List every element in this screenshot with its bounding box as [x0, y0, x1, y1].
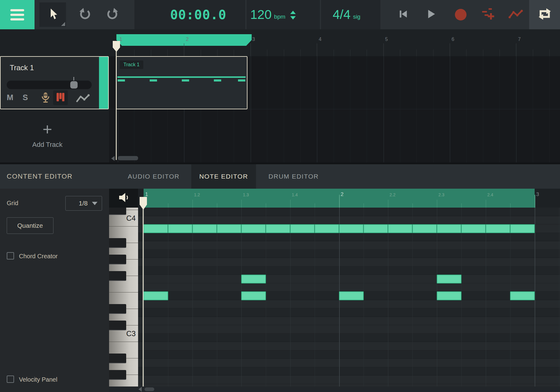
- arrangement-ruler[interactable]: 1234567: [0, 29, 560, 56]
- lane-grid-line: [367, 56, 367, 162]
- roll-ruler-tick: [486, 200, 486, 208]
- scroll-left-icon[interactable]: [111, 156, 115, 161]
- piano-roll-ruler[interactable]: 11.21.31.422.22.32.43: [109, 189, 560, 208]
- bpm-stepper[interactable]: [290, 11, 296, 20]
- solo-button[interactable]: S: [23, 93, 28, 102]
- record-button[interactable]: [455, 9, 467, 20]
- arrangement-scrollbar-thumb[interactable]: [118, 156, 138, 160]
- clip-preview-dash: [118, 79, 125, 82]
- piano-key-black-C#3[interactable]: [109, 321, 126, 330]
- bpm-control[interactable]: 120 bpm: [247, 0, 320, 29]
- ruler-bar-number: 5: [385, 37, 388, 42]
- piano-key-black-A#3[interactable]: [109, 238, 126, 248]
- midi-note-B3[interactable]: [241, 224, 266, 233]
- volume-knob[interactable]: [70, 81, 78, 89]
- midi-note-B3[interactable]: [192, 224, 217, 233]
- add-track-button[interactable]: + Add Track: [0, 116, 95, 156]
- ruler-tick: [483, 49, 483, 56]
- midi-note-B3[interactable]: [217, 224, 241, 233]
- clip-track1[interactable]: Track 1: [116, 56, 247, 109]
- piano-roll-scrollbar-thumb[interactable]: [145, 387, 154, 391]
- piano-key-black-A#2[interactable]: [109, 354, 126, 363]
- arrangement-scrollbar[interactable]: [110, 155, 560, 162]
- instrument-button[interactable]: [53, 90, 68, 105]
- pattern-add-button[interactable]: [481, 7, 496, 22]
- piano-roll-scrollbar[interactable]: [109, 387, 560, 392]
- lane-grid-line: [251, 56, 251, 162]
- midi-note-D#3[interactable]: [510, 292, 535, 300]
- grid-row-D3: [138, 300, 560, 309]
- midi-note-D#3[interactable]: [241, 292, 266, 300]
- grid-size-dropdown[interactable]: 1/8: [65, 196, 102, 211]
- mic-input-button[interactable]: [41, 92, 50, 104]
- piano-key-black-G#3[interactable]: [109, 255, 126, 264]
- tab-drum-editor[interactable]: DRUM EDITOR: [262, 164, 326, 189]
- roll-ruler-tick: [364, 203, 364, 208]
- piano-roll-grid[interactable]: [138, 208, 560, 387]
- piano-key-black-G#2[interactable]: [109, 370, 126, 380]
- time-display[interactable]: 00:00.0: [134, 0, 245, 29]
- tab-audio-editor[interactable]: AUDIO EDITOR: [120, 164, 188, 189]
- grid-row-C3: [138, 317, 560, 325]
- midi-note-B3[interactable]: [315, 224, 339, 233]
- midi-note-B3[interactable]: [339, 224, 364, 233]
- grid-row-F#2: [138, 367, 560, 376]
- piano-key-black-C#4[interactable]: [109, 208, 126, 215]
- midi-note-B3[interactable]: [290, 224, 315, 233]
- tab-note-editor[interactable]: NOTE EDITOR: [191, 164, 256, 189]
- volume-slider[interactable]: [7, 81, 92, 89]
- midi-note-F3[interactable]: [437, 275, 461, 283]
- midi-note-B3[interactable]: [168, 224, 192, 233]
- sig-value: 4/4: [333, 7, 350, 22]
- ruler-bar-number: 7: [518, 37, 521, 42]
- lane-grid-line: [450, 56, 450, 162]
- velocity-panel-checkbox[interactable]: [7, 376, 14, 383]
- midi-note-B3[interactable]: [388, 224, 412, 233]
- track-header[interactable]: Track 1 M S: [0, 56, 109, 109]
- midi-note-B3[interactable]: [144, 224, 168, 233]
- track-name[interactable]: Track 1: [10, 64, 34, 72]
- midi-note-B3[interactable]: [266, 224, 290, 233]
- chord-creator-checkbox[interactable]: [7, 252, 14, 260]
- play-button[interactable]: [424, 9, 437, 21]
- lane-grid-line: [317, 56, 317, 162]
- ruler-tick: [167, 49, 168, 56]
- undo-button[interactable]: [78, 8, 92, 22]
- add-track-label: Add Track: [32, 141, 62, 149]
- piano-keyboard[interactable]: C4C3: [109, 208, 138, 387]
- midi-note-B3[interactable]: [510, 224, 535, 233]
- automation-mode-button[interactable]: [508, 9, 523, 20]
- midi-note-B3[interactable]: [486, 224, 510, 233]
- mute-button[interactable]: M: [7, 93, 13, 102]
- midi-note-B3[interactable]: [437, 224, 461, 233]
- time-signature-control[interactable]: 4/4 sig: [321, 0, 380, 29]
- redo-button[interactable]: [105, 8, 119, 22]
- pointer-tool-button[interactable]: [39, 2, 66, 27]
- midi-note-D#3[interactable]: [339, 292, 364, 300]
- menu-button[interactable]: [0, 0, 35, 29]
- midi-note-B3[interactable]: [364, 224, 388, 233]
- bpm-down-icon[interactable]: [290, 16, 296, 20]
- scroll-left-icon[interactable]: [138, 387, 142, 392]
- midi-note-D#3[interactable]: [437, 292, 461, 300]
- roll-ruler-label: 1.3: [243, 192, 249, 197]
- grid-line: [315, 208, 315, 387]
- midi-note-F3[interactable]: [241, 275, 266, 283]
- midi-note-B3[interactable]: [461, 224, 486, 233]
- track-automation-button[interactable]: [76, 93, 90, 104]
- midi-note-B3[interactable]: [412, 224, 437, 233]
- editor-tab-bar: AUDIO EDITOR NOTE EDITOR DRUM EDITOR: [109, 164, 560, 189]
- skip-to-start-button[interactable]: [397, 9, 410, 21]
- ruler-tick: [151, 49, 151, 56]
- grid-size-value: 1/8: [79, 200, 88, 207]
- quantize-button[interactable]: Quantize: [7, 217, 53, 234]
- grid-row-A#2: [138, 334, 560, 342]
- piano-key-black-D#3[interactable]: [109, 304, 126, 314]
- bpm-up-icon[interactable]: [290, 11, 296, 14]
- roll-ruler-tick: [192, 200, 193, 208]
- midi-note-D#3[interactable]: [144, 292, 168, 300]
- loop-toggle-button[interactable]: [529, 0, 560, 29]
- piano-key-black-F#3[interactable]: [109, 271, 126, 281]
- grid-row-C#4: [138, 208, 560, 216]
- preview-audio-button[interactable]: [109, 189, 138, 208]
